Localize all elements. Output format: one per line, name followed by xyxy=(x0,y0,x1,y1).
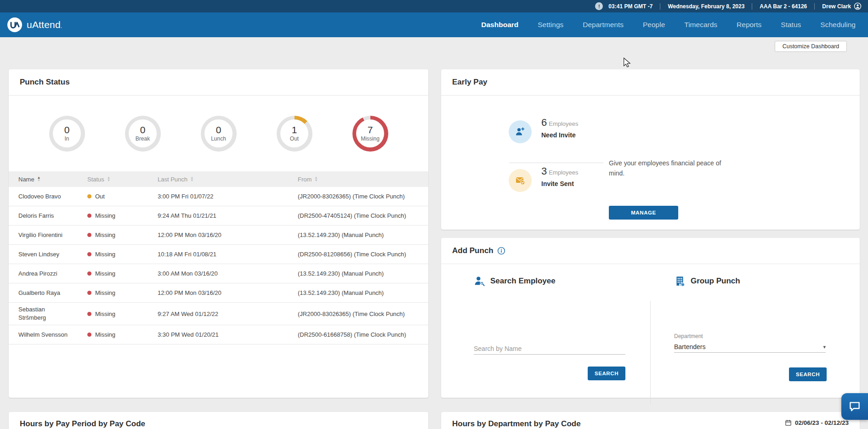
early-pay-body: 6Employees Need Invite 3Employees Invite… xyxy=(441,96,860,230)
brand-name: uAttend. xyxy=(27,19,65,30)
brand[interactable]: uAttend. xyxy=(6,17,65,33)
divider xyxy=(660,3,660,10)
need-invite-stat: 6Employees Need Invite xyxy=(541,117,579,139)
employee-name: Virgilio Fiorentini xyxy=(18,228,71,242)
punch-from: (JR2000-83026365) (Time Clock Punch) xyxy=(298,310,428,317)
punch-circle-break[interactable]: 0Break xyxy=(125,116,161,152)
nav-item-people[interactable]: People xyxy=(643,21,665,29)
punch-circle-in[interactable]: 0In xyxy=(49,116,85,152)
manage-button[interactable]: MANAGE xyxy=(609,206,678,220)
date-text: Wednesday, February 8, 2023 xyxy=(668,3,744,10)
status-dot-icon xyxy=(87,252,91,256)
table-row[interactable]: Clodoveo BravoOut3:00 PM Fri 01/07/22(JR… xyxy=(9,187,428,206)
punch-from: (DR2500-47405124) (Time Clock Punch) xyxy=(298,212,428,219)
nav-item-settings[interactable]: Settings xyxy=(538,21,563,29)
table-row[interactable]: Sebastian StršmbergMissing9:27 AM Wed 01… xyxy=(9,303,428,325)
user-menu[interactable]: Drew Clark xyxy=(822,2,862,10)
hours-by-department-card: Hours by Department by Pay Code 02/06/23… xyxy=(441,412,860,429)
punch-circle-value: 0 xyxy=(216,125,221,135)
add-punch-card: Add Punch Search Employee xyxy=(441,238,860,398)
punch-from: (13.52.149.230) (Manual Punch) xyxy=(298,231,428,238)
punch-status-card: Punch Status 0In0Break0Lunch1Out7Missing… xyxy=(9,69,428,398)
last-punch: 3:00 AM Mon 03/16/20 xyxy=(158,270,298,277)
employee-name: Clodoveo Bravo xyxy=(18,190,71,203)
punch-ring: 1Out xyxy=(277,116,312,152)
table-row[interactable]: Steven LindseyMissing10:18 AM Fri 01/08/… xyxy=(9,245,428,264)
need-invite-unit: Employees xyxy=(549,120,578,127)
sort-icon: ▲▼ xyxy=(37,176,40,182)
punch-circle-out[interactable]: 1Out xyxy=(277,116,312,152)
punch-from: (13.52.149.230) (Manual Punch) xyxy=(298,289,428,296)
column-header-name[interactable]: Name▲▼ xyxy=(18,176,87,183)
chat-widget-button[interactable] xyxy=(841,393,868,420)
status-dot-icon xyxy=(87,271,91,276)
punch-circle-value: 0 xyxy=(64,125,70,135)
punch-from: (13.52.149.230) (Manual Punch) xyxy=(298,270,428,277)
table-row[interactable]: Wilhelm SvenssonMissing3:30 PM Wed 01/20… xyxy=(9,325,428,344)
search-employee-button[interactable]: SEARCH xyxy=(588,367,625,380)
column-header-last-punch[interactable]: Last Punch▲▼ xyxy=(158,176,298,183)
column-header-from[interactable]: From▲▼ xyxy=(298,176,428,183)
nav-item-status[interactable]: Status xyxy=(781,21,801,29)
status-text: Missing xyxy=(95,231,115,238)
nav-item-departments[interactable]: Departments xyxy=(583,21,624,29)
account-text[interactable]: AAA Bar 2 - 64126 xyxy=(760,3,807,10)
person-plus-icon xyxy=(515,126,526,137)
status-text: Missing xyxy=(95,251,115,258)
search-employee-input[interactable] xyxy=(474,343,625,355)
table-row[interactable]: Deloris FarrisMissing9:24 AM Thu 01/21/2… xyxy=(9,206,428,226)
punch-from: (DR2500-61668758) (Time Clock Punch) xyxy=(298,331,428,338)
status-text: Missing xyxy=(95,310,115,317)
column-label: From xyxy=(298,176,312,183)
status-text: Missing xyxy=(95,270,115,277)
table-row[interactable]: Virgilio FiorentiniMissing12:00 PM Mon 0… xyxy=(9,226,428,245)
mouse-cursor xyxy=(623,57,632,68)
early-pay-description: Give your employees financial peace of m… xyxy=(609,158,733,178)
status-cell: Missing xyxy=(87,251,158,258)
person-search-icon xyxy=(474,275,486,287)
divider xyxy=(814,3,815,10)
early-pay-card: Early Pay 6Employees Need Invite xyxy=(441,69,860,230)
status-cell: Missing xyxy=(87,331,158,338)
employee-name: Wilhelm Svensson xyxy=(18,328,71,342)
punch-circle-missing[interactable]: 7Missing xyxy=(352,116,388,152)
chevron-down-icon: ▾ xyxy=(823,344,826,350)
status-dot-icon xyxy=(87,194,91,198)
punch-ring: 0In xyxy=(49,116,85,152)
nav-item-scheduling[interactable]: Scheduling xyxy=(820,21,856,29)
punch-status-circles: 0In0Break0Lunch1Out7Missing xyxy=(9,96,428,171)
main-nav: uAttend. DashboardSettingsDepartmentsPeo… xyxy=(0,12,868,37)
group-punch-search-button[interactable]: SEARCH xyxy=(789,367,827,381)
status-cell: Missing xyxy=(87,212,158,219)
punch-circle-lunch[interactable]: 0Lunch xyxy=(201,116,237,152)
punch-status-header: Punch Status xyxy=(9,69,428,96)
table-row[interactable]: Gualberto RayaMissing12:00 PM Mon 03/16/… xyxy=(9,283,428,303)
info-icon[interactable] xyxy=(497,247,505,255)
last-punch: 10:18 AM Fri 01/08/21 xyxy=(158,251,298,258)
nav-item-timecards[interactable]: Timecards xyxy=(684,21,717,29)
column-label: Last Punch xyxy=(158,176,187,183)
customize-dashboard-button[interactable]: Customize Dashboard xyxy=(775,41,847,52)
department-select[interactable]: Bartenders ▾ xyxy=(674,341,826,353)
hours-by-department-title: Hours by Department by Pay Code xyxy=(452,419,581,429)
date-range-picker[interactable]: 02/06/23 - 02/12/23 xyxy=(785,419,849,426)
need-invite-label: Need Invite xyxy=(541,131,579,139)
user-name: Drew Clark xyxy=(822,3,851,10)
alert-icon[interactable]: ! xyxy=(595,2,603,10)
punch-ring: 7Missing xyxy=(352,116,388,152)
sort-icon: ▲▼ xyxy=(107,176,110,182)
column-header-status[interactable]: Status▲▼ xyxy=(87,176,158,183)
chat-bubble-icon xyxy=(848,400,862,413)
status-cell: Missing xyxy=(87,289,158,296)
nav-item-reports[interactable]: Reports xyxy=(737,21,761,29)
punch-circle-value: 1 xyxy=(292,125,297,135)
early-pay-title: Early Pay xyxy=(452,78,488,87)
invite-sent-count: 3 xyxy=(541,165,547,177)
hours-by-pay-period-title: Hours by Pay Period by Pay Code xyxy=(20,419,145,429)
invite-sent-unit: Employees xyxy=(549,169,578,176)
nav-item-dashboard[interactable]: Dashboard xyxy=(481,21,518,29)
table-row[interactable]: Andrea PirozziMissing3:00 AM Mon 03/16/2… xyxy=(9,264,428,283)
status-text: Missing xyxy=(95,212,115,219)
punch-circle-label: Out xyxy=(290,135,299,142)
add-punch-body: Search Employee SEARCH Group Punch xyxy=(441,264,860,397)
